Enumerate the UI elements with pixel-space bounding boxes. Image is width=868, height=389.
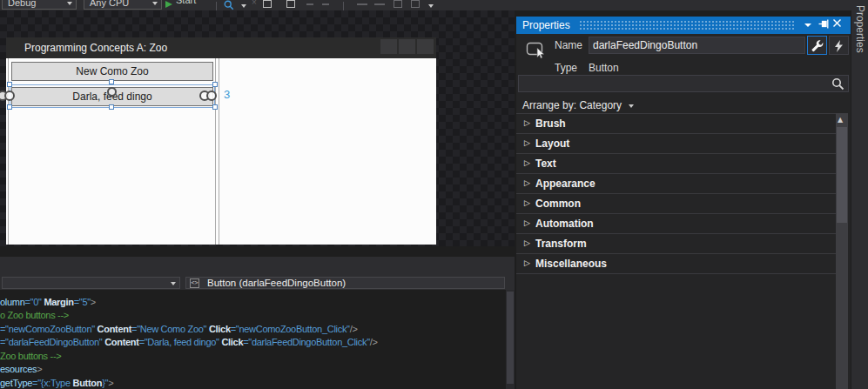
designer-editor-splitter[interactable] (0, 257, 515, 276)
window-frame-icon[interactable] (263, 0, 272, 8)
design-canvas[interactable]: New Como Zoo Darla, feed dingo 3 (6, 58, 436, 245)
cancel-icon: × (252, 0, 257, 7)
margin-anchor-right-icon[interactable] (206, 91, 217, 101)
category-label: Text (535, 158, 556, 170)
selected-element-dropdown[interactable]: <> Button (darlaFeedDingoButton) (185, 277, 505, 289)
code-token: -------- (0, 290, 24, 293)
window-position-menu-icon[interactable] (804, 23, 811, 27)
navigate-forward-icon (374, 3, 385, 5)
expander-icon[interactable]: ▷ (524, 158, 530, 167)
code-line[interactable]: o Zoo buttons --> (0, 309, 506, 323)
close-icon[interactable] (832, 18, 845, 31)
code-line[interactable]: esources> (0, 363, 506, 377)
expander-icon[interactable]: ▷ (524, 258, 530, 267)
chevron-down-icon (171, 282, 176, 285)
resize-handle-top[interactable] (109, 79, 114, 84)
category-brush[interactable]: ▷Brush (516, 114, 836, 134)
chevron-down-icon (629, 104, 634, 108)
properties-titlebar[interactable]: Properties (516, 17, 851, 34)
design-window-titlebar: Programming Concepts A: Zoo (6, 37, 436, 58)
code-token: getType (0, 378, 32, 388)
code-line[interactable]: Zoo buttons --> (0, 350, 506, 364)
chevron-down-icon[interactable] (428, 4, 434, 8)
properties-side-tab[interactable]: Properties (851, 0, 868, 389)
properties-search-box[interactable] (518, 75, 849, 92)
expander-icon[interactable]: ▷ (524, 178, 530, 187)
properties-scrollbar[interactable]: ▲ (836, 113, 848, 389)
disabled-tool-icon (322, 3, 329, 5)
category-layout[interactable]: ▷Layout (516, 134, 836, 154)
search-icon[interactable] (831, 77, 844, 91)
resize-handle-bottom-right[interactable] (212, 104, 218, 110)
element-picker-icon[interactable] (526, 42, 547, 61)
code-line[interactable]: getType="{x:Type Button}"> (0, 377, 506, 389)
code-token: ="newComoZooButton_Click" (231, 324, 350, 334)
code-line[interactable]: ="darlaFeedDingoButton" Content="Darla, … (0, 336, 506, 350)
category-label: Miscellaneous (535, 258, 607, 270)
category-miscellaneous[interactable]: ▷Miscellaneous (516, 254, 836, 274)
navigate-back-icon (357, 3, 367, 5)
code-token: Content (104, 337, 138, 347)
code-token: olumn (0, 297, 24, 307)
xaml-code-editor[interactable]: --------olumn="0" Margin="5">o Zoo butto… (0, 290, 506, 389)
category-label: Automation (535, 218, 594, 230)
grid-column-guide[interactable] (219, 58, 219, 245)
chevron-down-icon[interactable] (241, 4, 246, 8)
code-token: ="newComoZooButton" (0, 324, 98, 334)
category-appearance[interactable]: ▷Appearance (516, 174, 836, 194)
scrollbar-thumb[interactable] (837, 127, 847, 223)
arrange-by-dropdown[interactable]: Arrange by: Category (522, 99, 634, 111)
code-line[interactable]: ="newComoZooButton" Content="New Como Zo… (0, 323, 506, 337)
name-input[interactable] (589, 37, 805, 54)
properties-search-input[interactable] (521, 77, 825, 91)
debug-configuration-dropdown[interactable]: Debug (2, 0, 77, 10)
code-token: Button (73, 378, 103, 388)
margin-anchor-left-icon[interactable] (4, 91, 15, 101)
chevron-down-icon (152, 2, 158, 5)
code-token: o Zoo buttons --> (0, 310, 69, 320)
expander-icon[interactable]: ▷ (524, 138, 530, 147)
category-label: Layout (535, 137, 569, 150)
expander-icon[interactable]: ▷ (524, 118, 530, 127)
scroll-up-icon[interactable]: ▲ (838, 116, 843, 124)
code-token: ="darlaFeedDingoButton" (0, 337, 104, 347)
code-token: Content (98, 324, 131, 334)
pin-icon[interactable] (818, 18, 831, 31)
type-label: Type (555, 62, 577, 74)
code-token: esources (0, 364, 37, 374)
events-mode-button[interactable] (829, 36, 849, 55)
new-como-zoo-button[interactable]: New Como Zoo (11, 62, 213, 81)
resize-handle-bottom-left[interactable] (7, 104, 12, 110)
platform-dropdown[interactable]: Any CPU (84, 0, 162, 10)
expander-icon[interactable]: ▷ (524, 198, 530, 207)
category-transform[interactable]: ▷Transform (516, 234, 836, 254)
editor-vertical-scrollbar[interactable] (506, 290, 515, 389)
resize-handle-top-left[interactable] (7, 82, 12, 87)
expander-icon[interactable]: ▷ (524, 218, 530, 227)
tool-icon[interactable] (394, 0, 402, 8)
arrange-by-value: Category (579, 99, 622, 111)
element-scope-dropdown[interactable] (2, 277, 180, 289)
code-token: ="darlaFeedDingoButton_Click" (243, 337, 370, 347)
category-common[interactable]: ▷Common (516, 194, 836, 214)
code-token: Click (209, 324, 231, 334)
resize-handle-top-right[interactable] (212, 82, 218, 87)
properties-title-label: Properties (522, 19, 570, 31)
center-anchor-icon[interactable] (107, 87, 117, 97)
titlebar-drag-texture (579, 20, 795, 30)
category-automation[interactable]: ▷Automation (516, 214, 836, 234)
search-toolbar-icon[interactable] (224, 0, 234, 10)
expander-icon[interactable]: ▷ (524, 238, 530, 247)
window-frame-icon[interactable] (286, 0, 295, 8)
scrollbar-thumb[interactable] (507, 292, 514, 384)
resize-handle-bottom[interactable] (109, 104, 114, 110)
tool-icon[interactable] (411, 0, 420, 8)
property-category-list: ▷Brush▷Layout▷Text▷Appearance▷Common▷Aut… (516, 113, 836, 274)
properties-mode-button[interactable] (807, 36, 827, 55)
type-value: Button (589, 62, 619, 74)
start-label: Start (176, 0, 196, 5)
platform-label: Any CPU (90, 0, 129, 8)
code-token: Zoo buttons --> (0, 351, 61, 361)
category-text[interactable]: ▷Text (516, 154, 836, 174)
code-line[interactable]: olumn="0" Margin="5"> (0, 296, 506, 310)
